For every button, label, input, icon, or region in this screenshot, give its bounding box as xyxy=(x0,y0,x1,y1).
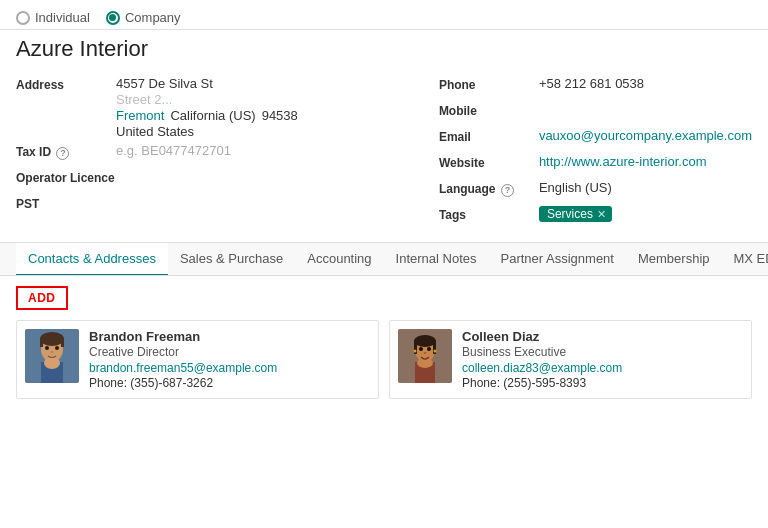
radio-group: Individual Company xyxy=(16,10,181,25)
tags-label: Tags xyxy=(439,206,539,222)
company-option[interactable]: Company xyxy=(106,10,181,25)
type-selector: Individual Company xyxy=(0,0,768,30)
contact-role-2: Business Executive xyxy=(462,345,743,359)
tag-services-label: Services xyxy=(547,207,593,221)
phone-value[interactable]: +58 212 681 0538 xyxy=(539,76,752,91)
svg-point-20 xyxy=(424,352,427,354)
tax-id-help-icon[interactable]: ? xyxy=(56,147,69,160)
phone-row: Phone +58 212 681 0538 xyxy=(439,76,752,98)
tab-sales[interactable]: Sales & Purchase xyxy=(168,243,295,275)
contact-avatar-1 xyxy=(25,329,79,383)
tag-services: Services ✕ xyxy=(539,206,612,222)
mobile-row: Mobile xyxy=(439,102,752,124)
contact-phone-1: Phone: (355)-687-3262 xyxy=(89,376,370,390)
operator-licence-row: Operator Licence xyxy=(16,169,419,191)
language-label: Language ? xyxy=(439,180,539,197)
address-city[interactable]: Fremont xyxy=(116,108,164,123)
tab-notes[interactable]: Internal Notes xyxy=(384,243,489,275)
tab-accounting[interactable]: Accounting xyxy=(295,243,383,275)
contact-phone-2: Phone: (255)-595-8393 xyxy=(462,376,743,390)
website-row: Website http://www.azure-interior.com xyxy=(439,154,752,176)
individual-label: Individual xyxy=(35,10,90,25)
add-button[interactable]: ADD xyxy=(16,286,68,310)
pst-row: PST xyxy=(16,195,419,217)
company-radio[interactable] xyxy=(106,11,120,25)
contact-name-1: Brandon Freeman xyxy=(89,329,370,344)
address-state: California (US) xyxy=(170,108,255,123)
individual-option[interactable]: Individual xyxy=(16,10,90,25)
contact-email-1[interactable]: brandon.freeman55@example.com xyxy=(89,361,370,375)
address-row: Address 4557 De Silva St Street 2... Fre… xyxy=(16,76,419,139)
contact-card-1: Brandon Freeman Creative Director brando… xyxy=(16,320,379,399)
email-label: Email xyxy=(439,128,539,144)
contact-card-2: Colleen Diaz Business Executive colleen.… xyxy=(389,320,752,399)
tag-services-remove[interactable]: ✕ xyxy=(597,208,606,221)
contact-info-2: Colleen Diaz Business Executive colleen.… xyxy=(462,329,743,390)
address-value: 4557 De Silva St Street 2... Fremont Cal… xyxy=(116,76,419,139)
tags-row: Tags Services ✕ xyxy=(439,206,752,228)
main-form: Address 4557 De Silva St Street 2... Fre… xyxy=(0,72,768,242)
address-zip: 94538 xyxy=(262,108,298,123)
tab-mxedi[interactable]: MX EDI xyxy=(722,243,769,275)
tab-partner[interactable]: Partner Assignment xyxy=(489,243,626,275)
address-street2[interactable]: Street 2... xyxy=(116,92,419,107)
website-value[interactable]: http://www.azure-interior.com xyxy=(539,154,752,169)
language-value[interactable]: English (US) xyxy=(539,180,752,195)
tax-id-value[interactable]: e.g. BE0477472701 xyxy=(116,143,419,158)
email-value[interactable]: vauxoo@yourcompany.example.com xyxy=(539,128,752,143)
svg-point-15 xyxy=(414,335,436,347)
mobile-label: Mobile xyxy=(439,102,539,118)
address-street1[interactable]: 4557 De Silva St xyxy=(116,76,419,91)
individual-radio[interactable] xyxy=(16,11,30,25)
svg-rect-7 xyxy=(61,339,64,347)
address-country[interactable]: United States xyxy=(116,124,419,139)
tabs-bar: Contacts & Addresses Sales & Purchase Ac… xyxy=(0,242,768,275)
tab-contacts[interactable]: Contacts & Addresses xyxy=(16,243,168,275)
operator-licence-label: Operator Licence xyxy=(16,169,116,185)
contact-email-2[interactable]: colleen.diaz83@example.com xyxy=(462,361,743,375)
contact-avatar-2 xyxy=(398,329,452,383)
address-label: Address xyxy=(16,76,116,92)
tab-content-contacts: ADD xyxy=(0,275,768,409)
svg-point-18 xyxy=(419,347,423,351)
company-title: Azure Interior xyxy=(0,30,768,72)
contact-role-1: Creative Director xyxy=(89,345,370,359)
city-row: Fremont California (US) 94538 xyxy=(116,108,419,123)
email-row: Email vauxoo@yourcompany.example.com xyxy=(439,128,752,150)
website-label: Website xyxy=(439,154,539,170)
tax-id-row: Tax ID ? e.g. BE0477472701 xyxy=(16,143,419,165)
form-left: Address 4557 De Silva St Street 2... Fre… xyxy=(16,76,419,232)
svg-point-19 xyxy=(427,347,431,351)
svg-rect-6 xyxy=(40,339,43,347)
svg-point-4 xyxy=(44,357,60,369)
svg-point-22 xyxy=(434,350,437,353)
phone-label: Phone xyxy=(439,76,539,92)
language-help-icon[interactable]: ? xyxy=(501,184,514,197)
tags-value: Services ✕ xyxy=(539,206,752,222)
language-row: Language ? English (US) xyxy=(439,180,752,202)
tax-id-label: Tax ID ? xyxy=(16,143,116,160)
form-right: Phone +58 212 681 0538 Mobile Email vaux… xyxy=(439,76,752,232)
contacts-grid: Brandon Freeman Creative Director brando… xyxy=(16,320,752,399)
pst-label: PST xyxy=(16,195,116,211)
svg-point-9 xyxy=(55,346,59,350)
svg-point-5 xyxy=(40,332,64,346)
svg-point-21 xyxy=(414,350,417,353)
company-label: Company xyxy=(125,10,181,25)
tab-membership[interactable]: Membership xyxy=(626,243,722,275)
svg-point-10 xyxy=(51,351,54,353)
contact-info-1: Brandon Freeman Creative Director brando… xyxy=(89,329,370,390)
contact-name-2: Colleen Diaz xyxy=(462,329,743,344)
svg-point-8 xyxy=(45,346,49,350)
